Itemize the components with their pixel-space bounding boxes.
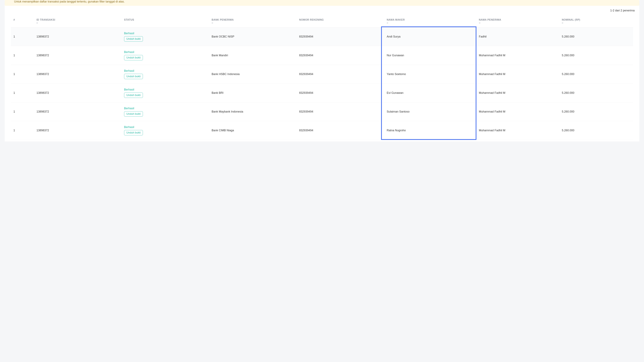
header-nomor-rekening[interactable]: NOMOR REKENING [297, 16, 384, 27]
cell-nama-maker: Ratna Nugroho [384, 121, 476, 140]
cell-nama-penerima: Muhammad Fadhil M [476, 65, 560, 84]
status-badge: Berhasil [124, 69, 134, 72]
sort-icon: ◇ [387, 22, 388, 24]
table-row: 113898372BerhasilUnduh buktiBank Mandiri… [11, 46, 633, 65]
cell-nama-penerima: Muhammad Fadhil M [476, 102, 560, 121]
cell-id-transaksi: 13898372 [34, 102, 122, 121]
table-row: 113898372BerhasilUnduh buktiBank HSBC In… [11, 65, 633, 84]
cell-nominal: 5.260.000 [559, 27, 633, 46]
status-badge: Berhasil [124, 88, 134, 91]
cell-nama-penerima: Fadhil [476, 27, 560, 46]
cell-nama-penerima: Muhammad Fadhil M [476, 84, 560, 102]
status-badge: Berhasil [124, 107, 134, 110]
header-number[interactable]: # [11, 16, 34, 27]
download-proof-button[interactable]: Unduh bukti [124, 111, 143, 116]
pagination-text: 1-2 dari 2 penerima [610, 9, 634, 12]
cell-number: 1 [11, 27, 34, 46]
cell-nama-maker: Yanto Soetomo [384, 65, 476, 84]
download-proof-button[interactable]: Unduh bukti [124, 74, 143, 79]
cell-nama-maker: Andi Surya [384, 27, 476, 46]
table-row: 113898372BerhasilUnduh buktiBank BRI8329… [11, 84, 633, 102]
cell-status: BerhasilUnduh bukti [122, 102, 209, 121]
cell-number: 1 [11, 65, 34, 84]
status-badge: Berhasil [124, 32, 134, 35]
status-badge: Berhasil [124, 126, 134, 129]
cell-nominal: 5.260.000 [559, 65, 633, 84]
sort-icon: ◇ [36, 22, 38, 24]
cell-nomor-rekening: 832939494 [297, 84, 384, 102]
cell-nominal: 5.260.000 [559, 84, 633, 102]
header-nominal[interactable]: NOMINAL (RP) ◇ [559, 16, 633, 27]
transaction-table: # ID TRANSAKSI ◇ STATUS BANK PENERIMA ◇ [11, 16, 633, 140]
header-bank-penerima[interactable]: BANK PENERIMA ◇ [209, 16, 297, 27]
cell-nomor-rekening: 832939494 [297, 102, 384, 121]
cell-nomor-rekening: 832939494 [297, 65, 384, 84]
cell-bank-penerima: Bank BRI [209, 84, 297, 102]
cell-nama-maker: Sulaiman Santoso [384, 102, 476, 121]
cell-status: BerhasilUnduh bukti [122, 27, 209, 46]
cell-nominal: 5.260.000 [559, 121, 633, 140]
cell-bank-penerima: Bank Mandiri [209, 46, 297, 65]
cell-nomor-rekening: 832939494 [297, 27, 384, 46]
pagination-info: 1-2 dari 2 penerima [5, 7, 639, 16]
download-proof-button[interactable]: Unduh bukti [124, 92, 143, 98]
cell-nominal: 5.260.000 [559, 102, 633, 121]
cell-nama-maker: Evi Gunawan [384, 84, 476, 102]
cell-status: BerhasilUnduh bukti [122, 121, 209, 140]
status-badge: Berhasil [124, 50, 134, 54]
header-id-transaksi[interactable]: ID TRANSAKSI ◇ [34, 16, 122, 27]
info-banner-text: Untuk menampilkan daftar transaksi pada … [14, 0, 124, 3]
cell-nomor-rekening: 832939494 [297, 46, 384, 65]
table-row: 113898372BerhasilUnduh buktiBank CIMB Ni… [11, 121, 633, 140]
sort-icon: ◇ [212, 22, 213, 24]
cell-number: 1 [11, 84, 34, 102]
cell-nama-penerima: Muhammad Fadhil M [476, 46, 560, 65]
cell-id-transaksi: 13898372 [34, 27, 122, 46]
cell-nama-penerima: Muhammad Fadhil M [476, 121, 560, 140]
sort-icon: ◇ [479, 22, 480, 24]
cell-id-transaksi: 13898372 [34, 84, 122, 102]
cell-number: 1 [11, 121, 34, 140]
table-row: 113898372BerhasilUnduh buktiBank Maybank… [11, 102, 633, 121]
header-status[interactable]: STATUS [122, 16, 209, 27]
cell-status: BerhasilUnduh bukti [122, 84, 209, 102]
table-row: 113898372BerhasilUnduh buktiBank OCBC NI… [11, 27, 633, 46]
cell-id-transaksi: 13898372 [34, 65, 122, 84]
cell-bank-penerima: Bank Maybank Indonesia [209, 102, 297, 121]
download-proof-button[interactable]: Unduh bukti [124, 130, 143, 135]
cell-nama-maker: Nur Gunawan [384, 46, 476, 65]
sort-icon: ◇ [562, 22, 563, 24]
cell-status: BerhasilUnduh bukti [122, 65, 209, 84]
cell-bank-penerima: Bank HSBC Indonesia [209, 65, 297, 84]
cell-status: BerhasilUnduh bukti [122, 46, 209, 65]
cell-nominal: 5.260.000 [559, 46, 633, 65]
header-nama-maker[interactable]: NAMA MAKER ◇ [384, 16, 476, 27]
download-proof-button[interactable]: Unduh bukti [124, 55, 143, 60]
cell-nomor-rekening: 832939494 [297, 121, 384, 140]
cell-bank-penerima: Bank CIMB Niaga [209, 121, 297, 140]
header-nama-penerima[interactable]: NAMA PENERIMA ◇ [476, 16, 560, 27]
cell-id-transaksi: 13898372 [34, 121, 122, 140]
cell-number: 1 [11, 46, 34, 65]
download-proof-button[interactable]: Unduh bukti [124, 36, 143, 42]
cell-id-transaksi: 13898372 [34, 46, 122, 65]
cell-bank-penerima: Bank OCBC NISP [209, 27, 297, 46]
info-banner: Untuk menampilkan daftar transaksi pada … [5, 0, 639, 6]
cell-number: 1 [11, 102, 34, 121]
